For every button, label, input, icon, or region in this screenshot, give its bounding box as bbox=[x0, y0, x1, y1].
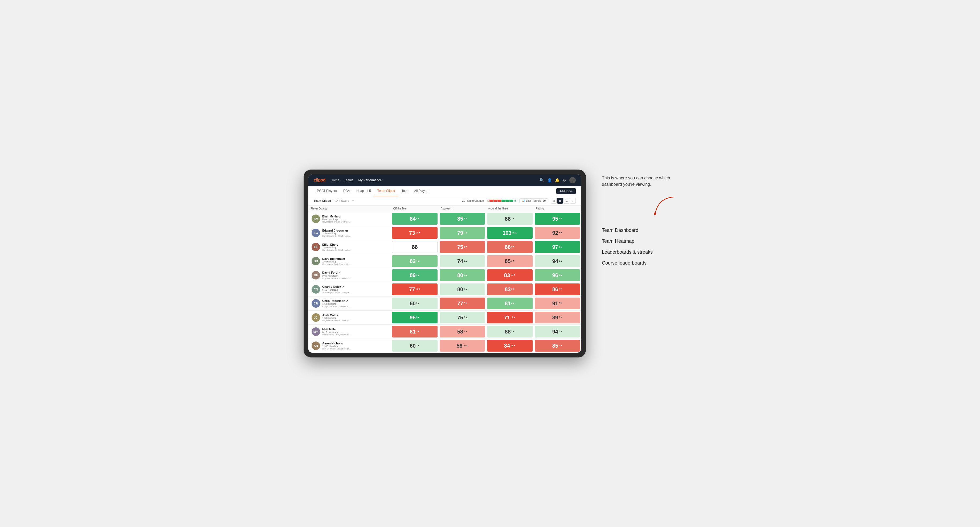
score-delta: 1▼ bbox=[416, 344, 420, 347]
player-handicap: 11-15 Handicap bbox=[322, 345, 388, 348]
add-team-button[interactable]: Add Team bbox=[556, 188, 576, 194]
export-button[interactable]: ↓ bbox=[570, 198, 576, 204]
score-number: 88 bbox=[504, 216, 511, 222]
score-number: 60 bbox=[410, 343, 416, 349]
score-approach-player-9: 5810▲ bbox=[439, 339, 486, 353]
settings-icon[interactable]: ⚙ bbox=[563, 178, 566, 182]
player-info: David Ford ✓Plus HandicapRoyal North Dev… bbox=[322, 271, 388, 279]
subnav-all-players[interactable]: All Players bbox=[411, 186, 433, 196]
player-cell-7[interactable]: JCJosh Coles1-5 HandicapRoyal North Devo… bbox=[309, 311, 391, 325]
score-delta: 6▼ bbox=[511, 288, 515, 291]
player-club: St. George's Hill GC - Weybridge - Surre… bbox=[322, 291, 352, 294]
player-cell-5[interactable]: CQCharlie Quick ✓6-10 HandicapSt. George… bbox=[309, 283, 391, 297]
option-course-leaderboards[interactable]: Course leaderboards bbox=[602, 260, 676, 266]
player-cell-8[interactable]: MMMatt Miller6-10 HandicapWoburn Golf Cl… bbox=[309, 325, 391, 339]
score-number: 58 bbox=[457, 329, 463, 335]
subnav-team-clippd[interactable]: Team Clippd bbox=[374, 186, 398, 196]
table-header: Player Quality Off the Tee Approach Arou… bbox=[309, 205, 581, 212]
score-delta: 3▼ bbox=[416, 330, 420, 333]
player-name: Elliot Ebert bbox=[322, 243, 388, 246]
option-team-dashboard[interactable]: Team Dashboard bbox=[602, 227, 676, 233]
score-approach-player-6: 773▼ bbox=[439, 297, 486, 311]
nav-my-performance[interactable]: My Performance bbox=[358, 178, 382, 182]
bell-icon[interactable]: 🔔 bbox=[555, 178, 560, 182]
score-delta: 2▼ bbox=[559, 316, 562, 319]
player-info: Blair McHargPlus HandicapRoyal North Dev… bbox=[322, 215, 388, 223]
player-handicap: 6-10 Handicap bbox=[322, 331, 388, 333]
score-number: 74 bbox=[457, 258, 463, 264]
score-delta: 5▲ bbox=[559, 245, 562, 249]
score-delta: 4▲ bbox=[511, 302, 515, 305]
score-number: 94 bbox=[552, 258, 558, 264]
table-row: ANAaron Nicholls11-15 HandicapDrift Golf… bbox=[309, 339, 581, 353]
player-cell-0[interactable]: BMBlair McHargPlus HandicapRoyal North D… bbox=[309, 212, 391, 226]
nav-teams[interactable]: Teams bbox=[344, 178, 353, 182]
player-cell-9[interactable]: ANAaron Nicholls11-15 HandicapDrift Golf… bbox=[309, 339, 391, 353]
score-delta: 8▼ bbox=[559, 288, 562, 291]
score-off-tee-player-5: 7714▼ bbox=[391, 283, 438, 297]
score-delta: 8▲ bbox=[416, 316, 420, 319]
score-number: 94 bbox=[552, 329, 558, 335]
player-avatar: EE bbox=[312, 243, 320, 251]
user-avatar[interactable]: U bbox=[570, 177, 576, 183]
score-around-green-player-8: 882▼ bbox=[486, 325, 533, 339]
player-info: Matt Miller6-10 HandicapWoburn Golf Club… bbox=[322, 328, 388, 336]
score-delta: 3▼ bbox=[559, 302, 562, 305]
score-number: 79 bbox=[457, 230, 463, 236]
subnav-pgat[interactable]: PGAT Players bbox=[314, 186, 340, 196]
player-cell-3[interactable]: DBDave Billingham1-5 HandicapGog Magog G… bbox=[309, 254, 391, 268]
player-cell-4[interactable]: DFDavid Ford ✓Plus HandicapRoyal North D… bbox=[309, 268, 391, 283]
score-around-green-player-2: 866▼ bbox=[486, 240, 533, 254]
view-toggle: ⊞ ▦ ☰ ↓ bbox=[551, 198, 576, 204]
score-delta: 4▲ bbox=[416, 259, 420, 263]
score-number: 75 bbox=[457, 314, 463, 321]
score-delta: 6▲ bbox=[416, 217, 420, 221]
player-handicap: Plus Handicap bbox=[322, 275, 388, 277]
player-name: Blair McHarg bbox=[322, 215, 388, 218]
table-row: CRChris Robertson ✓1-5 HandicapCraigmill… bbox=[309, 297, 581, 311]
grid-view-button[interactable]: ⊞ bbox=[551, 198, 557, 204]
list-view-button[interactable]: ☰ bbox=[563, 198, 570, 204]
player-info: Charlie Quick ✓6-10 HandicapSt. George's… bbox=[322, 285, 388, 294]
tablet-screen: clippd Home Teams My Performance 🔍 👤 🔔 ⚙… bbox=[309, 174, 581, 352]
player-club: Royal North Devon Golf Club, United King… bbox=[322, 319, 352, 322]
score-number: 88 bbox=[504, 329, 511, 335]
option-team-heatmap[interactable]: Team Heatmap bbox=[602, 238, 676, 244]
last-rounds-button[interactable]: 📊 Last Rounds: 20 bbox=[519, 198, 548, 203]
player-info: Josh Coles1-5 HandicapRoyal North Devon … bbox=[322, 314, 388, 322]
score-delta: 15▲ bbox=[512, 231, 517, 235]
score-around-green-player-6: 814▲ bbox=[486, 297, 533, 311]
score-off-tee-player-6: 602▲ bbox=[391, 297, 438, 311]
score-approach-player-0: 858▲ bbox=[439, 212, 486, 226]
nav-home[interactable]: Home bbox=[331, 178, 339, 182]
score-delta: 1▲ bbox=[559, 259, 562, 263]
nav-icons: 🔍 👤 🔔 ⚙ U bbox=[539, 177, 576, 183]
search-icon[interactable]: 🔍 bbox=[539, 178, 544, 182]
person-icon[interactable]: 👤 bbox=[547, 178, 552, 182]
player-cell-1[interactable]: ECEdward Crossman1-5 HandicapSunningdale… bbox=[309, 226, 391, 240]
player-cell-6[interactable]: CRChris Robertson ✓1-5 HandicapCraigmill… bbox=[309, 297, 391, 311]
subnav-hcaps[interactable]: Hcaps 1-5 bbox=[353, 186, 374, 196]
score-around-green-player-0: 881▼ bbox=[486, 212, 533, 226]
table-row: JCJosh Coles1-5 HandicapRoyal North Devo… bbox=[309, 311, 581, 325]
score-number: 58 bbox=[457, 343, 462, 349]
player-cell-2[interactable]: EEElliot Ebert1-5 HandicapSunningdale Go… bbox=[309, 240, 391, 254]
score-delta: 21▼ bbox=[511, 344, 515, 347]
edit-team-icon[interactable]: ✏ bbox=[352, 199, 354, 203]
nav-links: Home Teams My Performance bbox=[331, 178, 534, 182]
table-row: DFDavid Ford ✓Plus HandicapRoyal North D… bbox=[309, 268, 581, 283]
score-off-tee-player-3: 824▲ bbox=[391, 254, 438, 268]
score-approach-player-8: 584▲ bbox=[439, 325, 486, 339]
score-delta: 3▲ bbox=[559, 330, 562, 333]
subnav-tour[interactable]: Tour bbox=[398, 186, 411, 196]
col-putting: Putting bbox=[534, 205, 581, 212]
option-leaderboards[interactable]: Leaderboards & streaks bbox=[602, 249, 676, 255]
score-delta: 11▼ bbox=[415, 231, 420, 235]
change-pos: +5 bbox=[514, 199, 517, 202]
subnav-pga[interactable]: PGA bbox=[340, 186, 353, 196]
score-approach-player-1: 799▲ bbox=[439, 226, 486, 240]
player-avatar: CR bbox=[312, 299, 320, 308]
score-number: 77 bbox=[457, 300, 463, 306]
player-avatar: JC bbox=[312, 313, 320, 322]
heatmap-view-button[interactable]: ▦ bbox=[557, 198, 563, 204]
